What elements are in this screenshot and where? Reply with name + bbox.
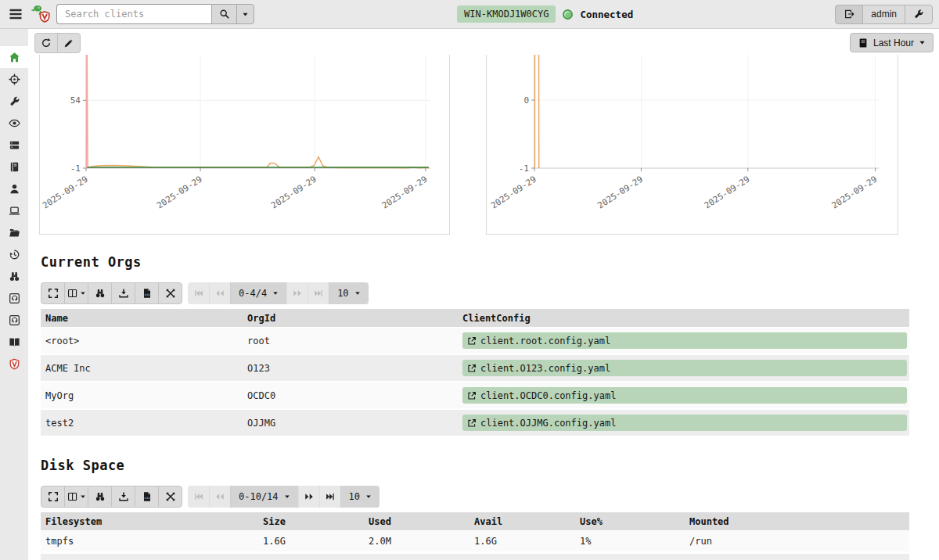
- orgs-toolbar: csv 0-4/4 10: [41, 282, 369, 304]
- sidebar-item-client-overview[interactable]: [0, 199, 28, 221]
- home-icon: [9, 52, 20, 63]
- page-range-label: 0-4/4: [239, 288, 267, 299]
- svg-text:2025-09-29: 2025-09-29: [703, 174, 752, 211]
- previous-page-button[interactable]: [209, 486, 230, 508]
- page-range-label: 0-10/14: [239, 491, 279, 502]
- column-header-clientconfig[interactable]: ClientConfig: [458, 313, 909, 324]
- edit-dashboard-button[interactable]: [57, 33, 81, 53]
- page-range-dropdown[interactable]: 0-10/14: [230, 486, 298, 508]
- time-range-dropdown[interactable]: Last Hour: [850, 33, 934, 52]
- search-button[interactable]: [211, 4, 237, 24]
- book-open-icon: [9, 336, 20, 348]
- chevron-down-icon: [80, 290, 86, 296]
- sidebar-item-client-events[interactable]: [0, 265, 28, 287]
- search-options-dropdown-button[interactable]: [236, 4, 254, 24]
- partial-next-row: [41, 554, 909, 560]
- download-icon: [118, 491, 129, 502]
- filter-button[interactable]: [88, 486, 112, 508]
- sidebar-item-documentation[interactable]: [0, 331, 28, 353]
- refresh-dashboard-button[interactable]: [34, 33, 58, 53]
- hamburger-menu-button[interactable]: [8, 6, 23, 22]
- download-csv-button[interactable]: csv: [135, 486, 159, 508]
- filter-button[interactable]: [88, 282, 112, 304]
- org-name-cell: <root>: [41, 336, 243, 346]
- sidebar-item-server-artifacts[interactable]: [0, 134, 28, 156]
- timeseries-chart: 54-12025-09-292025-09-292025-09-292025-0…: [40, 55, 449, 234]
- sidebar-item-host-information[interactable]: [0, 178, 28, 199]
- previous-page-button[interactable]: [209, 282, 230, 304]
- settings-button[interactable]: [905, 5, 933, 24]
- sidebar-item-virtual-filesystem[interactable]: [0, 221, 28, 243]
- chevron-down-icon: [365, 494, 372, 500]
- client-config-download-button[interactable]: client.OJJMG.config.yaml: [462, 415, 907, 431]
- skip-end-icon: [325, 491, 336, 502]
- search-input[interactable]: [56, 4, 211, 24]
- disk-size-cell: 1.6G: [258, 536, 364, 547]
- sidebar-item-server-events[interactable]: [0, 112, 28, 134]
- org-config-cell: client.root.config.yaml: [458, 332, 909, 349]
- column-header-filesystem[interactable]: Filesystem: [41, 516, 258, 527]
- clock-history-icon: [9, 249, 20, 260]
- client-config-filename: client.O123.config.yaml: [480, 363, 610, 374]
- main-content: Last Hour 54-12025-09-292025-09-292025-0…: [28, 29, 939, 560]
- client-config-download-button[interactable]: client.root.config.yaml: [462, 332, 907, 349]
- column-header-orgid[interactable]: OrgId: [243, 313, 458, 324]
- column-header-name[interactable]: Name: [41, 313, 243, 324]
- page-size-dropdown[interactable]: 10: [329, 282, 368, 304]
- column-header-avail[interactable]: Avail: [470, 516, 575, 527]
- wrench-icon: [9, 95, 20, 107]
- column-header-size[interactable]: Size: [258, 516, 364, 527]
- org-name-cell: MyOrg: [41, 390, 243, 401]
- velociraptor-logo: [30, 3, 51, 25]
- chevron-down-icon: [80, 494, 86, 500]
- logout-button[interactable]: [835, 5, 863, 24]
- sidebar-item-hunt-manager[interactable]: [0, 68, 28, 90]
- download-json-button[interactable]: [111, 486, 135, 508]
- column-selector-button[interactable]: [64, 486, 88, 508]
- double-chevron-left-icon: [214, 491, 225, 502]
- last-page-button[interactable]: [308, 282, 329, 304]
- svg-text:-1: -1: [519, 163, 529, 174]
- client-config-download-button[interactable]: client.O123.config.yaml: [462, 360, 907, 376]
- sidebar-item-view-artifacts[interactable]: [0, 90, 28, 112]
- first-page-button[interactable]: [188, 282, 209, 304]
- page-size-dropdown[interactable]: 10: [340, 486, 380, 508]
- transpose-button[interactable]: [158, 282, 182, 304]
- external-link-icon: [467, 364, 477, 373]
- sidebar-item-github-repo[interactable]: [0, 287, 28, 309]
- fullscreen-button[interactable]: [41, 486, 65, 508]
- org-config-cell: client.OJJMG.config.yaml: [458, 415, 909, 431]
- next-page-button[interactable]: [298, 486, 319, 508]
- download-json-button[interactable]: [111, 282, 135, 304]
- sidebar-item-velociraptor-site[interactable]: [0, 353, 28, 375]
- client-hostname-badge[interactable]: WIN-KMODJ1W0CYG: [457, 5, 556, 23]
- sidebar-item-report-bug[interactable]: [0, 309, 28, 331]
- next-page-button[interactable]: [286, 282, 308, 304]
- column-header-mounted[interactable]: Mounted: [685, 516, 909, 527]
- client-config-download-button[interactable]: client.OCDC0.config.yaml: [462, 387, 907, 404]
- eye-icon: [9, 117, 20, 129]
- sidebar-item-notebooks[interactable]: [0, 156, 28, 178]
- sidebar-item-home[interactable]: [0, 46, 28, 68]
- pencil-icon: [63, 38, 74, 48]
- chevron-down-icon: [919, 39, 926, 46]
- download-csv-button[interactable]: csv: [135, 282, 159, 304]
- org-id-cell: O123: [243, 363, 458, 374]
- page-range-dropdown[interactable]: 0-4/4: [230, 282, 286, 304]
- transpose-button[interactable]: [158, 486, 182, 508]
- last-page-button[interactable]: [319, 486, 340, 508]
- org-table-row: <root>rootclient.root.config.yaml: [41, 328, 909, 355]
- column-header-usepct[interactable]: Use%: [575, 516, 685, 527]
- org-id-cell: OJJMG: [243, 418, 458, 429]
- org-table-row: MyOrgOCDC0client.OCDC0.config.yaml: [41, 382, 909, 410]
- fullscreen-button[interactable]: [41, 282, 65, 304]
- column-selector-button[interactable]: [64, 282, 88, 304]
- sidebar-item-collected-artifacts[interactable]: [0, 243, 28, 265]
- stack-icon: [9, 139, 20, 151]
- user-menu-button[interactable]: admin: [862, 5, 905, 24]
- svg-text:2025-09-29: 2025-09-29: [380, 174, 430, 211]
- first-page-button[interactable]: [188, 486, 209, 508]
- navbar: WIN-KMODJ1W0CYG Connected admin: [0, 0, 939, 29]
- column-header-used[interactable]: Used: [364, 516, 470, 527]
- time-range-icon: [858, 38, 869, 48]
